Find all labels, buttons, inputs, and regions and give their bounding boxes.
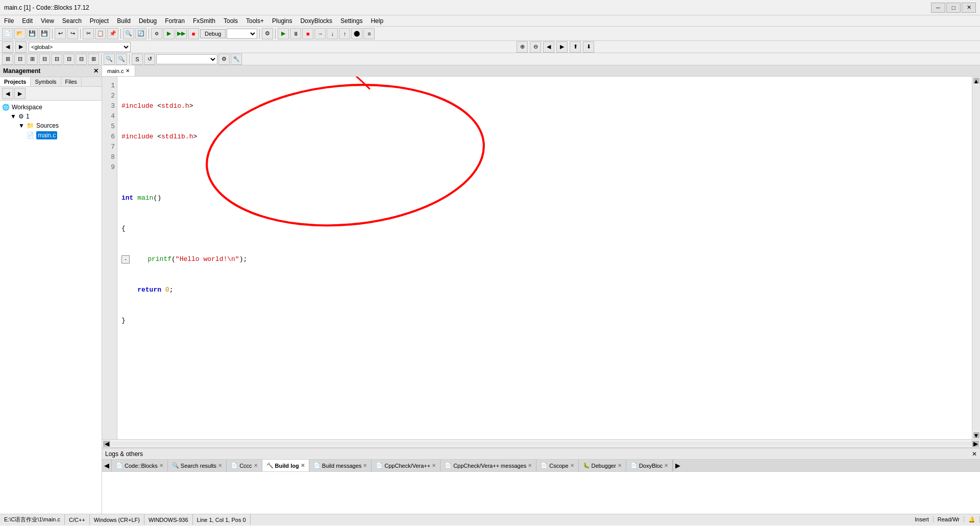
jump-btn4[interactable]: ▶ [556, 41, 568, 53]
tab-close-cccc[interactable]: ✕ [254, 463, 258, 468]
debug-select[interactable] [227, 29, 257, 39]
bottom-scroll-left[interactable]: ◀ [102, 460, 112, 471]
menu-edit[interactable]: Edit [18, 16, 37, 26]
refresh-btn[interactable]: ↺ [144, 54, 155, 65]
bottom-tab-buildlog[interactable]: 🔨 Build log ✕ [262, 460, 309, 471]
cut-button[interactable]: ✂ [83, 28, 94, 39]
menu-debug[interactable]: Debug [135, 16, 161, 26]
tab-close-cppcheckm[interactable]: ✕ [528, 463, 532, 468]
jump-btn6[interactable]: ⬇ [583, 41, 594, 53]
settings-btn[interactable]: ⚙ [218, 54, 230, 65]
t2-btn5[interactable]: ⊟ [51, 54, 62, 65]
tab-close-cscope[interactable]: ✕ [570, 463, 574, 468]
editor-tab-main[interactable]: main.c ✕ [102, 65, 135, 76]
t2-btn1[interactable]: ⊞ [2, 54, 13, 65]
save-all-button[interactable]: 💾 [39, 28, 50, 39]
debug-stop[interactable]: ■ [302, 28, 313, 39]
vertical-scrollbar[interactable]: ▲ ▼ [972, 77, 980, 439]
t2-btn3[interactable]: ⊞ [27, 54, 38, 65]
copy-button[interactable]: 📋 [95, 28, 106, 39]
run-button[interactable]: ▶ [163, 28, 175, 39]
debug-out[interactable]: ↑ [339, 28, 350, 39]
debug-bp[interactable]: ⬤ [351, 28, 362, 39]
logs-close[interactable]: ✕ [972, 450, 977, 458]
bottom-tab-doxy[interactable]: 📄 DoxyBloc ✕ [626, 460, 673, 471]
file-item[interactable]: 📄 main.c [2, 130, 100, 140]
nav-forward[interactable]: ▶ [15, 41, 27, 53]
zoom-out[interactable]: 🔍 [116, 54, 127, 65]
code-dropdown[interactable] [156, 54, 217, 64]
tab-close[interactable]: ✕ [126, 68, 130, 74]
menu-settings[interactable]: Settings [336, 16, 366, 26]
fold-icon[interactable]: - [121, 255, 130, 264]
jump-btn5[interactable]: ⬆ [570, 41, 581, 53]
tab-files[interactable]: Files [61, 77, 82, 86]
zoom-in[interactable]: 🔍 [104, 54, 115, 65]
redo-button[interactable]: ↪ [67, 28, 78, 39]
build-btn1[interactable]: ⚙ [151, 28, 162, 39]
paste-button[interactable]: 📌 [107, 28, 118, 39]
workspace-item[interactable]: 🌐 Workspace [2, 103, 100, 112]
find-button[interactable]: 🔍 [123, 28, 134, 39]
save-button[interactable]: 💾 [27, 28, 38, 39]
t2-btn7[interactable]: ⊟ [76, 54, 87, 65]
tab-close-debugger[interactable]: ✕ [618, 463, 622, 468]
project-item[interactable]: ▼ ⚙ 1 [2, 112, 100, 121]
nav-back[interactable]: ◀ [2, 41, 13, 53]
tab-close-search[interactable]: ✕ [218, 463, 222, 468]
t2-btn2[interactable]: ⊟ [14, 54, 26, 65]
tab-close-buildlog[interactable]: ✕ [301, 463, 305, 468]
code-editor[interactable]: #include <stdio.h> #include <stdlib.h> i… [117, 77, 972, 439]
debug-pause[interactable]: ⏸ [290, 28, 301, 39]
bottom-scroll-right[interactable]: ▶ [673, 460, 682, 471]
menu-help[interactable]: Help [366, 16, 387, 26]
code-container[interactable]: 1 2 3 4 5 6 7 8 9 #include <stdio.h> #in… [102, 77, 980, 439]
scroll-left[interactable]: ◀ [103, 441, 110, 447]
bottom-tab-cppcheckm[interactable]: 📄 CppCheck/Vera++ messages ✕ [440, 460, 536, 471]
menu-view[interactable]: View [37, 16, 58, 26]
debug-misc[interactable]: ≡ [363, 28, 375, 39]
horizontal-scrollbar[interactable]: ◀ ▶ [102, 439, 980, 447]
bottom-tab-debugger[interactable]: 🐛 Debugger ✕ [579, 460, 626, 471]
maximize-button[interactable]: □ [946, 3, 961, 13]
t2-btn6[interactable]: ⊟ [63, 54, 75, 65]
menu-project[interactable]: Project [86, 16, 113, 26]
bottom-tab-cppcheck[interactable]: 📄 CppCheck/Vera++ ✕ [372, 460, 440, 471]
open-button[interactable]: 📂 [14, 28, 26, 39]
tab-close-codeblocks[interactable]: ✕ [159, 463, 163, 468]
scroll-up[interactable]: ▲ [973, 78, 979, 84]
scroll-track[interactable] [972, 85, 980, 431]
stop-button[interactable]: ■ [188, 28, 199, 39]
t2-btn8[interactable]: ⊞ [88, 54, 99, 65]
menu-tools-plus[interactable]: Tools+ [242, 16, 268, 26]
replace-button[interactable]: 🔄 [135, 28, 146, 39]
tab-close-buildmsg[interactable]: ✕ [363, 463, 367, 468]
scroll-right[interactable]: ▶ [972, 441, 979, 447]
build-run-button[interactable]: ▶▶ [176, 28, 187, 39]
menu-fxsmith[interactable]: FxSmith [189, 16, 219, 26]
debug-next[interactable]: → [314, 28, 326, 39]
menu-tools[interactable]: Tools [219, 16, 242, 26]
jump-btn3[interactable]: ◀ [543, 41, 554, 53]
close-management[interactable]: ✕ [93, 67, 99, 75]
mgmt-forward[interactable]: ▶ [14, 88, 26, 99]
menu-search[interactable]: Search [58, 16, 86, 26]
new-button[interactable]: 📄 [2, 28, 13, 39]
tab-close-cppcheck[interactable]: ✕ [432, 463, 436, 468]
debug-run[interactable]: ▶ [278, 28, 289, 39]
hscroll-track[interactable] [111, 442, 971, 446]
menu-doxyblocks[interactable]: DoxyBlocks [296, 16, 336, 26]
sources-item[interactable]: ▼ 📁 Sources [2, 121, 100, 130]
scroll-down[interactable]: ▼ [973, 432, 979, 438]
bottom-tab-buildmsg[interactable]: 📄 Build messages ✕ [309, 460, 372, 471]
bottom-tab-cccc[interactable]: 📄 Cccc ✕ [227, 460, 262, 471]
t2-btn4[interactable]: ⊟ [39, 54, 50, 65]
undo-button[interactable]: ↩ [55, 28, 66, 39]
debug-step[interactable]: ↓ [327, 28, 338, 39]
jump-btn1[interactable]: ⊕ [517, 41, 528, 53]
menu-fortran[interactable]: Fortran [161, 16, 189, 26]
menu-file[interactable]: File [0, 16, 18, 26]
bottom-tab-cscope[interactable]: 📄 Cscope ✕ [536, 460, 578, 471]
jump-btn2[interactable]: ⊖ [530, 41, 541, 53]
tab-close-doxy[interactable]: ✕ [664, 463, 668, 468]
